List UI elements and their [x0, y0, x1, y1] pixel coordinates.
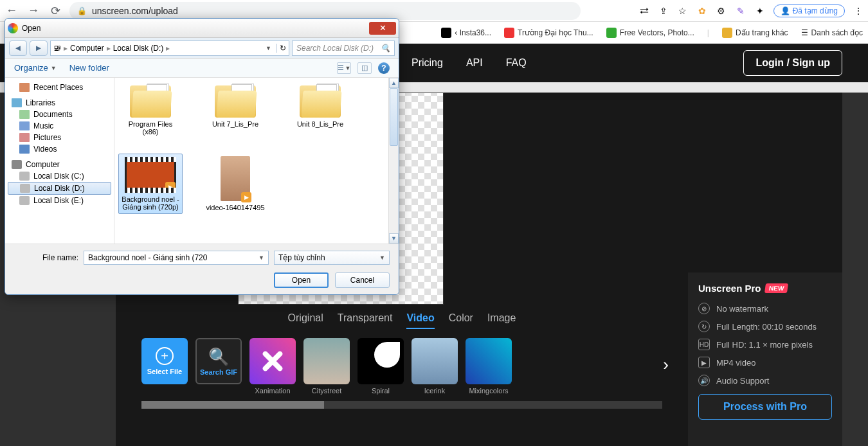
- tab-original[interactable]: Original: [288, 312, 323, 329]
- view-button[interactable]: ☰▼: [337, 62, 351, 74]
- breadcrumb[interactable]: 🖳 ▸ Computer ▸ Local Disk (D:) ▸ ▼ ↻: [50, 40, 289, 56]
- sidebar-disk-e[interactable]: Local Disk (E:): [5, 195, 114, 206]
- computer-icon: 🖳: [53, 44, 61, 53]
- horizontal-scrollbar[interactable]: [141, 401, 662, 409]
- sidebar-disk-c[interactable]: Local Disk (C:): [5, 170, 114, 182]
- dialog-titlebar[interactable]: Open ✕: [5, 19, 399, 38]
- nav-forward-button[interactable]: ►: [30, 40, 48, 56]
- bg-thumb[interactable]: [249, 338, 296, 384]
- no-watermark-icon: ⊘: [698, 303, 710, 314]
- pro-feature: ⊘No watermark: [698, 303, 832, 314]
- profile-paused-button[interactable]: 👤 Đã tạm dừng: [773, 4, 845, 17]
- nav-sidebar: Recent Places Libraries Documents Music …: [5, 78, 114, 244]
- sidebar-pictures[interactable]: Pictures: [5, 132, 114, 143]
- list-icon: ☰: [801, 28, 808, 37]
- filetype-select[interactable]: Tệp tùy chỉnh ▼: [274, 251, 390, 265]
- sidebar-recent[interactable]: Recent Places: [5, 82, 114, 93]
- filename-label: File name:: [14, 253, 78, 262]
- plus-icon: +: [156, 347, 174, 365]
- bookmark-item[interactable]: Trường Đại học Thu...: [504, 28, 593, 38]
- folder-item[interactable]: Unit 7_Lis_Pre: [203, 83, 267, 138]
- tab-image[interactable]: Image: [487, 312, 516, 329]
- bookmark-item[interactable]: Free Vectors, Photo...: [606, 28, 694, 38]
- other-bookmarks[interactable]: Dấu trang khác: [722, 28, 788, 38]
- bg-thumb[interactable]: [357, 338, 404, 384]
- background-tabs: Original Transparent Video Color Image: [141, 312, 662, 329]
- tab-transparent[interactable]: Transparent: [338, 312, 393, 329]
- sidebar-disk-d[interactable]: Local Disk (D:): [8, 182, 111, 195]
- refresh-icon[interactable]: ↻: [276, 44, 286, 53]
- site-nav: Pricing API FAQ: [411, 57, 527, 69]
- star-icon[interactable]: ☆: [677, 5, 689, 17]
- bg-thumb[interactable]: [466, 338, 512, 384]
- forward-button[interactable]: →: [26, 3, 41, 19]
- sidebar-computer[interactable]: Computer: [5, 159, 114, 170]
- dialog-title: Open: [22, 24, 369, 33]
- lock-icon: 🔒: [77, 6, 87, 15]
- preview-pane-button[interactable]: ◫: [357, 62, 372, 74]
- menu-icon[interactable]: ⋮: [853, 5, 864, 17]
- url-text: unscreen.com/upload: [92, 6, 178, 16]
- sidebar-music[interactable]: Music: [5, 120, 114, 132]
- translate-icon[interactable]: ⮂: [638, 5, 650, 17]
- search-icon: 🔍: [208, 347, 229, 367]
- organize-button[interactable]: Organize ▼: [14, 63, 57, 73]
- ext-icon[interactable]: ✿: [696, 5, 708, 17]
- share-icon[interactable]: ⇪: [658, 5, 669, 17]
- new-folder-button[interactable]: New folder: [69, 63, 109, 73]
- scroll-up-button[interactable]: ▲: [389, 78, 399, 88]
- cancel-button[interactable]: Cancel: [335, 272, 390, 288]
- nav-faq[interactable]: FAQ: [506, 57, 527, 69]
- login-signup-button[interactable]: Login / Sign up: [743, 50, 842, 76]
- search-gif-button[interactable]: 🔍 Search GIF: [195, 338, 242, 384]
- filename-input[interactable]: Background noel - Giáng sinh (720 ▼: [84, 251, 269, 265]
- sidebar-libraries[interactable]: Libraries: [5, 97, 114, 109]
- ext-icon[interactable]: ⚙: [716, 5, 727, 17]
- back-button[interactable]: ←: [4, 3, 19, 19]
- user-icon: 👤: [781, 6, 790, 15]
- help-button[interactable]: ?: [378, 62, 390, 74]
- file-open-dialog: Open ✕ ◄ ► 🖳 ▸ Computer ▸ Local Disk (D:…: [5, 18, 399, 295]
- filename-dropdown[interactable]: ▼: [258, 254, 264, 261]
- pro-feature: HDFull HD: 1.1 × more pixels: [698, 339, 832, 350]
- bg-thumb[interactable]: [411, 338, 458, 384]
- tab-video[interactable]: Video: [406, 312, 434, 329]
- close-button[interactable]: ✕: [369, 22, 396, 35]
- search-icon: 🔍: [381, 44, 390, 53]
- select-file-button[interactable]: + Select File: [141, 338, 188, 384]
- video-file-item[interactable]: ▶ Background noel - Giáng sinh (720p): [118, 154, 183, 214]
- search-input[interactable]: Search Local Disk (D:) 🔍: [292, 40, 395, 56]
- video-file-item[interactable]: ▶ video-1640147495: [203, 154, 267, 214]
- file-scrollbar[interactable]: ▲ ▼: [388, 78, 399, 244]
- breadcrumb-dropdown[interactable]: ▼: [266, 45, 271, 51]
- scroll-down-button[interactable]: ▼: [389, 233, 399, 244]
- video-icon: ▶: [698, 357, 710, 368]
- dialog-nav: ◄ ► 🖳 ▸ Computer ▸ Local Disk (D:) ▸ ▼ ↻…: [5, 38, 399, 58]
- nav-api[interactable]: API: [466, 57, 483, 69]
- folder-item[interactable]: Program Files (x86): [118, 83, 183, 138]
- new-badge: NEW: [764, 283, 788, 293]
- process-with-pro-button[interactable]: Process with Pro: [698, 394, 832, 420]
- reading-list[interactable]: ☰Danh sách đọc: [801, 28, 863, 37]
- dialog-footer: File name: Background noel - Giáng sinh …: [5, 244, 399, 294]
- audio-icon: 🔊: [698, 375, 710, 386]
- clock-icon: ↻: [698, 321, 710, 332]
- bg-thumb[interactable]: [303, 338, 350, 384]
- pro-panel: Unscreen Pro NEW ⊘No watermark ↻Full Len…: [688, 272, 842, 446]
- folder-item[interactable]: Unit 8_Lis_Pre: [288, 83, 352, 138]
- tab-color[interactable]: Color: [449, 312, 473, 329]
- file-list[interactable]: Program Files (x86) Unit 7_Lis_Pre Unit …: [114, 78, 399, 244]
- ext-icon[interactable]: ✎: [735, 5, 746, 17]
- extensions-icon[interactable]: ✦: [754, 5, 766, 17]
- carousel-next-button[interactable]: ›: [663, 355, 669, 375]
- nav-back-button[interactable]: ◄: [9, 40, 27, 56]
- open-button[interactable]: Open: [274, 272, 329, 288]
- bookmark-item[interactable]: ‹ Insta36...: [441, 28, 491, 38]
- nav-pricing[interactable]: Pricing: [411, 57, 443, 69]
- sidebar-videos[interactable]: Videos: [5, 143, 114, 155]
- pro-feature: ↻Full Length: 00:10 seconds: [698, 321, 832, 332]
- address-bar[interactable]: 🔒 unscreen.com/upload: [69, 2, 581, 20]
- dialog-body: Recent Places Libraries Documents Music …: [5, 78, 399, 244]
- reload-button[interactable]: ⟳: [48, 3, 63, 19]
- sidebar-documents[interactable]: Documents: [5, 109, 114, 120]
